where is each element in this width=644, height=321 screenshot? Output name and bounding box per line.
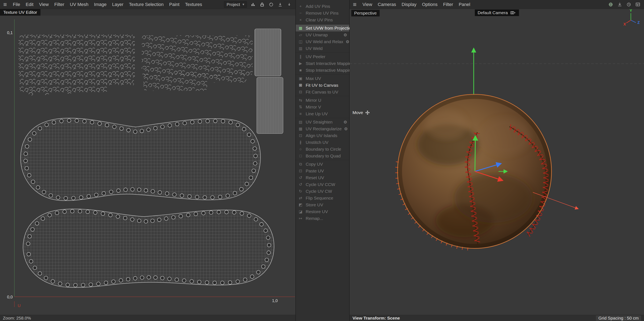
command-set-uvw-from-projection[interactable]: ▦Set UVW from Projection⚙	[296, 25, 349, 32]
gizmo-y-handle[interactable]	[475, 136, 475, 171]
remove-uv-pins-icon: −	[298, 11, 303, 16]
start-interactive-mapping-icon: ▶	[298, 61, 303, 66]
axis-y-label: Y	[630, 9, 632, 13]
chevron-down-icon: ▾	[242, 2, 244, 7]
gear-icon[interactable]: ⚙	[344, 126, 348, 131]
command-boundary-to-circle: ○Boundary to Circle	[296, 146, 349, 152]
uv-menu-texture-selection[interactable]: Texture Selection	[129, 2, 164, 7]
uv-editor-menu: FileEditViewFilterUV MeshImageLayerTextu…	[13, 2, 202, 7]
uv-menu-uv-mesh[interactable]: UV Mesh	[70, 2, 88, 7]
menu-hamburger-icon[interactable]: ≡	[3, 2, 7, 8]
uv-menu-file[interactable]: File	[13, 2, 20, 7]
uv-island-cover-top[interactable]	[20, 118, 260, 201]
command-label: UV Rectangularize	[306, 126, 342, 131]
command-label: Set UVW from Projection	[306, 26, 354, 31]
uv-island-strip-bottom[interactable]	[257, 77, 283, 134]
gear-icon[interactable]: ⚙	[346, 39, 350, 44]
uv-island-stitches-right[interactable]	[142, 35, 253, 91]
axis-orientation-hud[interactable]: Y Z X	[622, 9, 642, 29]
command-label: Reset UV	[306, 175, 324, 180]
command-reset-uv: ↺Reset UV	[296, 174, 349, 181]
uv-island-stitches-left[interactable]	[18, 35, 135, 95]
clear-uv-pins-icon: ×	[298, 18, 303, 22]
command-fit-uv-to-canvas[interactable]: ⊞Fit UV to Canvas	[296, 82, 349, 89]
fit-uv-to-canvas-icon: ⊞	[298, 83, 303, 88]
unstitch-uv-icon: ∦	[298, 140, 303, 145]
command-group: ∥UV Peeler▶Start Interactive Mapping■Sto…	[296, 52, 349, 74]
baseball-object[interactable]	[395, 94, 552, 250]
gear-icon[interactable]: ⚙	[344, 33, 347, 37]
uv-menu-view[interactable]: View	[39, 2, 49, 7]
viewport-menu-options[interactable]: Options	[422, 2, 438, 7]
command-label: Cycle UV CCW	[306, 182, 335, 187]
command-boundary-to-quad: □Boundary to Quad	[296, 152, 349, 159]
uv-island-cover-bottom[interactable]	[23, 209, 274, 287]
command-label: Unstitch UV	[306, 140, 328, 145]
viewport-menu-filter[interactable]: Filter	[443, 2, 453, 7]
gear-icon[interactable]: ⚙	[344, 120, 347, 125]
set-uvw-from-projection-icon: ▦	[298, 26, 303, 31]
uv-unwrap-icon: ▱	[298, 33, 303, 37]
command-add-uv-pins: +Add UV Pins	[296, 3, 349, 10]
viewport-menu-cameras[interactable]: Cameras	[378, 2, 396, 7]
uv-straighten-icon: ▤	[298, 120, 303, 124]
uv-corner-label-01: 0,1	[7, 31, 13, 35]
mirror-v-icon: ⇅	[298, 105, 303, 109]
dock-arrow-down-icon[interactable]	[277, 2, 283, 8]
command-label: Align UV Islands	[306, 133, 337, 138]
command-remove-uv-pins: −Remove UV Pins	[296, 10, 349, 17]
command-label: Remap...	[306, 216, 323, 221]
command-restore-uv: ◪Restore UV	[296, 208, 349, 215]
viewport-panel: ≡ ViewCamerasDisplayOptionsFilterPanel P…	[350, 0, 644, 321]
command-uv-straighten: ▤UV Straighten⚙	[296, 119, 349, 125]
project-dropdown[interactable]: Project ▾	[224, 1, 247, 8]
layout-icon[interactable]	[635, 2, 641, 8]
uv-editor-statusbar: Zoom: 258.0%	[0, 315, 296, 321]
download-icon[interactable]	[617, 2, 623, 8]
viewport-menu-view[interactable]: View	[362, 2, 372, 7]
uv-menu-image[interactable]: Image	[94, 2, 106, 7]
align-uv-islands-icon: ⊡	[298, 133, 303, 138]
viewport-menu-display[interactable]: Display	[402, 2, 416, 7]
command-cycle-uv-cw: ↻Cycle UV CW	[296, 188, 349, 195]
uv-island-strip-top[interactable]	[255, 29, 281, 76]
camera-label-text: Default Camera	[478, 10, 508, 15]
command-uv-rectangularize: ▦UV Rectangularize⚙	[296, 125, 349, 132]
tab-texture-uv-editor[interactable]: Texture UV Editor	[0, 9, 40, 16]
command-label: Add UV Pins	[306, 4, 330, 9]
globe-icon[interactable]	[608, 2, 614, 8]
command-line-up-uv: ≡Line Up UV	[296, 110, 349, 117]
uv-weld-and-relax-icon: ◫	[298, 39, 303, 44]
histogram-icon[interactable]	[250, 2, 256, 8]
material-sphere-icon[interactable]	[268, 2, 274, 8]
uv-menu-layer[interactable]: Layer	[112, 2, 124, 7]
command-label: Paste UV	[306, 169, 324, 173]
menu-hamburger-icon[interactable]: ≡	[353, 2, 356, 8]
arrow-down-icon[interactable]	[286, 2, 292, 8]
history-icon[interactable]	[626, 2, 632, 8]
command-label: Remove UV Pins	[306, 11, 338, 16]
lock-icon[interactable]	[259, 2, 265, 8]
camera-label[interactable]: Default Camera	[475, 10, 519, 16]
store-uv-icon: ◩	[298, 202, 303, 207]
command-unstitch-uv: ∦Unstitch UV	[296, 139, 349, 146]
stop-interactive-mapping-icon: ■	[298, 68, 303, 73]
viewport-menubar: ≡ ViewCamerasDisplayOptionsFilterPanel	[350, 0, 644, 9]
camera-swap-icon	[510, 11, 516, 15]
uv-menu-paint[interactable]: Paint	[169, 2, 180, 7]
command-uv-unwrap: ▱UV Unwrap⚙	[296, 32, 349, 38]
command-uv-weld: ▥UV Weld	[296, 45, 349, 52]
command-uv-peeler: ∥UV Peeler	[296, 53, 349, 60]
paste-uv-icon: ⊡	[298, 169, 303, 173]
command-clear-uv-pins: ×Clear UV Pins	[296, 17, 349, 23]
viewport-view-label[interactable]: Perspective	[351, 10, 380, 17]
uv-menu-textures[interactable]: Textures	[185, 2, 202, 7]
viewport-menu-panel[interactable]: Panel	[459, 2, 470, 7]
uv-canvas[interactable]: 0,1 0,0 1,0 U	[0, 16, 296, 315]
command-label: Store UV	[306, 202, 323, 207]
viewport-menu: ViewCamerasDisplayOptionsFilterPanel	[362, 2, 470, 7]
uv-editor-tabstrip: Texture UV Editor	[0, 9, 296, 16]
boundary-to-circle-icon: ○	[298, 147, 303, 151]
uv-menu-filter[interactable]: Filter	[54, 2, 64, 7]
uv-menu-edit[interactable]: Edit	[26, 2, 34, 7]
